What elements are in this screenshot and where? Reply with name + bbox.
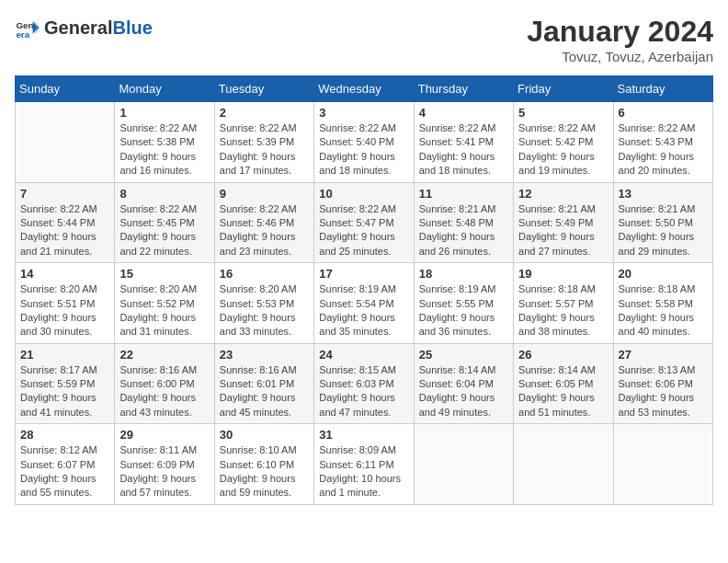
day-number: 6	[619, 106, 708, 120]
week-row-4: 21Sunrise: 8:17 AM Sunset: 5:59 PM Dayli…	[16, 343, 713, 424]
svg-text:era: era	[16, 29, 29, 40]
day-info: Sunrise: 8:14 AM Sunset: 6:05 PM Dayligh…	[518, 363, 608, 420]
column-header-wednesday: Wednesday	[314, 76, 414, 102]
calendar-cell: 30Sunrise: 8:10 AM Sunset: 6:10 PM Dayli…	[214, 424, 313, 505]
week-row-3: 14Sunrise: 8:20 AM Sunset: 5:51 PM Dayli…	[16, 263, 713, 344]
day-info: Sunrise: 8:12 AM Sunset: 6:07 PM Dayligh…	[20, 443, 109, 500]
day-info: Sunrise: 8:21 AM Sunset: 5:48 PM Dayligh…	[419, 202, 508, 259]
day-number: 11	[419, 187, 508, 201]
calendar-cell: 31Sunrise: 8:09 AM Sunset: 6:11 PM Dayli…	[314, 424, 414, 505]
day-info: Sunrise: 8:14 AM Sunset: 6:04 PM Dayligh…	[419, 363, 508, 420]
column-header-monday: Monday	[115, 76, 214, 102]
day-number: 27	[619, 348, 708, 362]
calendar-cell: 11Sunrise: 8:21 AM Sunset: 5:48 PM Dayli…	[414, 182, 513, 263]
logo-text: GeneralBlue	[44, 17, 153, 39]
title-area: January 2024 Tovuz, Tovuz, Azerbaijan	[527, 15, 713, 64]
day-info: Sunrise: 8:22 AM Sunset: 5:43 PM Dayligh…	[619, 121, 708, 178]
day-info: Sunrise: 8:16 AM Sunset: 6:01 PM Dayligh…	[220, 363, 309, 420]
calendar-header-row: SundayMondayTuesdayWednesdayThursdayFrid…	[16, 76, 713, 102]
day-info: Sunrise: 8:10 AM Sunset: 6:10 PM Dayligh…	[220, 443, 309, 500]
calendar-cell: 24Sunrise: 8:15 AM Sunset: 6:03 PM Dayli…	[314, 343, 414, 424]
calendar-cell: 19Sunrise: 8:18 AM Sunset: 5:57 PM Dayli…	[514, 263, 613, 344]
week-row-5: 28Sunrise: 8:12 AM Sunset: 6:07 PM Dayli…	[16, 424, 713, 505]
column-header-tuesday: Tuesday	[214, 76, 313, 102]
calendar-cell: 10Sunrise: 8:22 AM Sunset: 5:47 PM Dayli…	[314, 182, 414, 263]
day-info: Sunrise: 8:22 AM Sunset: 5:46 PM Dayligh…	[220, 202, 309, 259]
calendar-cell: 7Sunrise: 8:22 AM Sunset: 5:44 PM Daylig…	[16, 182, 115, 263]
calendar-cell: 26Sunrise: 8:14 AM Sunset: 6:05 PM Dayli…	[514, 343, 613, 424]
calendar-cell	[16, 102, 115, 183]
day-info: Sunrise: 8:19 AM Sunset: 5:55 PM Dayligh…	[419, 282, 508, 339]
day-number: 26	[518, 348, 608, 362]
calendar-cell: 28Sunrise: 8:12 AM Sunset: 6:07 PM Dayli…	[16, 424, 115, 505]
logo-blue: Blue	[112, 17, 152, 38]
day-info: Sunrise: 8:22 AM Sunset: 5:45 PM Dayligh…	[119, 202, 209, 259]
month-title: January 2024	[527, 15, 713, 49]
day-number: 16	[220, 267, 309, 281]
day-number: 30	[220, 428, 309, 442]
day-number: 3	[319, 106, 408, 120]
calendar-cell: 15Sunrise: 8:20 AM Sunset: 5:52 PM Dayli…	[115, 263, 214, 344]
calendar-cell: 18Sunrise: 8:19 AM Sunset: 5:55 PM Dayli…	[414, 263, 513, 344]
day-number: 8	[119, 187, 209, 201]
calendar-cell: 2Sunrise: 8:22 AM Sunset: 5:39 PM Daylig…	[214, 102, 313, 183]
day-number: 7	[20, 187, 109, 201]
day-number: 29	[119, 428, 209, 442]
day-number: 15	[119, 267, 209, 281]
day-info: Sunrise: 8:16 AM Sunset: 6:00 PM Dayligh…	[119, 363, 209, 420]
day-number: 21	[20, 348, 109, 362]
day-number: 31	[319, 428, 408, 442]
calendar-cell: 5Sunrise: 8:22 AM Sunset: 5:42 PM Daylig…	[514, 102, 613, 183]
day-info: Sunrise: 8:22 AM Sunset: 5:47 PM Dayligh…	[319, 202, 408, 259]
week-row-2: 7Sunrise: 8:22 AM Sunset: 5:44 PM Daylig…	[16, 182, 713, 263]
day-info: Sunrise: 8:20 AM Sunset: 5:53 PM Dayligh…	[220, 282, 309, 339]
calendar-cell: 25Sunrise: 8:14 AM Sunset: 6:04 PM Dayli…	[414, 343, 513, 424]
day-number: 19	[518, 267, 608, 281]
column-header-sunday: Sunday	[16, 76, 115, 102]
calendar-cell: 21Sunrise: 8:17 AM Sunset: 5:59 PM Dayli…	[16, 343, 115, 424]
day-number: 22	[119, 348, 209, 362]
day-number: 13	[619, 187, 708, 201]
logo: Gen era GeneralBlue	[15, 15, 153, 40]
calendar-cell: 20Sunrise: 8:18 AM Sunset: 5:58 PM Dayli…	[613, 263, 712, 344]
calendar-cell: 9Sunrise: 8:22 AM Sunset: 5:46 PM Daylig…	[214, 182, 313, 263]
calendar-cell: 16Sunrise: 8:20 AM Sunset: 5:53 PM Dayli…	[214, 263, 313, 344]
day-info: Sunrise: 8:18 AM Sunset: 5:58 PM Dayligh…	[619, 282, 708, 339]
day-number: 23	[220, 348, 309, 362]
column-header-friday: Friday	[514, 76, 613, 102]
day-info: Sunrise: 8:11 AM Sunset: 6:09 PM Dayligh…	[119, 443, 209, 500]
day-number: 9	[220, 187, 309, 201]
day-number: 2	[220, 106, 309, 120]
calendar-cell: 3Sunrise: 8:22 AM Sunset: 5:40 PM Daylig…	[314, 102, 414, 183]
calendar-cell	[613, 424, 712, 505]
calendar-cell: 22Sunrise: 8:16 AM Sunset: 6:00 PM Dayli…	[115, 343, 214, 424]
day-info: Sunrise: 8:19 AM Sunset: 5:54 PM Dayligh…	[319, 282, 408, 339]
day-info: Sunrise: 8:20 AM Sunset: 5:52 PM Dayligh…	[119, 282, 209, 339]
day-number: 10	[319, 187, 408, 201]
day-info: Sunrise: 8:22 AM Sunset: 5:41 PM Dayligh…	[419, 121, 508, 178]
day-number: 4	[419, 106, 508, 120]
day-number: 17	[319, 267, 408, 281]
day-number: 5	[518, 106, 608, 120]
day-number: 28	[20, 428, 109, 442]
day-info: Sunrise: 8:18 AM Sunset: 5:57 PM Dayligh…	[518, 282, 608, 339]
day-info: Sunrise: 8:17 AM Sunset: 5:59 PM Dayligh…	[20, 363, 109, 420]
logo-icon: Gen era	[15, 15, 40, 40]
day-info: Sunrise: 8:22 AM Sunset: 5:38 PM Dayligh…	[119, 121, 209, 178]
day-info: Sunrise: 8:22 AM Sunset: 5:42 PM Dayligh…	[518, 121, 608, 178]
calendar-cell	[514, 424, 613, 505]
calendar-table: SundayMondayTuesdayWednesdayThursdayFrid…	[15, 75, 713, 505]
calendar-cell: 6Sunrise: 8:22 AM Sunset: 5:43 PM Daylig…	[613, 102, 712, 183]
calendar-cell	[414, 424, 513, 505]
day-info: Sunrise: 8:22 AM Sunset: 5:40 PM Dayligh…	[319, 121, 408, 178]
calendar-cell: 27Sunrise: 8:13 AM Sunset: 6:06 PM Dayli…	[613, 343, 712, 424]
calendar-cell: 4Sunrise: 8:22 AM Sunset: 5:41 PM Daylig…	[414, 102, 513, 183]
day-number: 24	[319, 348, 408, 362]
calendar-cell: 17Sunrise: 8:19 AM Sunset: 5:54 PM Dayli…	[314, 263, 414, 344]
day-number: 12	[518, 187, 608, 201]
calendar-cell: 12Sunrise: 8:21 AM Sunset: 5:49 PM Dayli…	[514, 182, 613, 263]
calendar-cell: 1Sunrise: 8:22 AM Sunset: 5:38 PM Daylig…	[115, 102, 214, 183]
calendar-cell: 13Sunrise: 8:21 AM Sunset: 5:50 PM Dayli…	[613, 182, 712, 263]
day-number: 20	[619, 267, 708, 281]
day-info: Sunrise: 8:20 AM Sunset: 5:51 PM Dayligh…	[20, 282, 109, 339]
